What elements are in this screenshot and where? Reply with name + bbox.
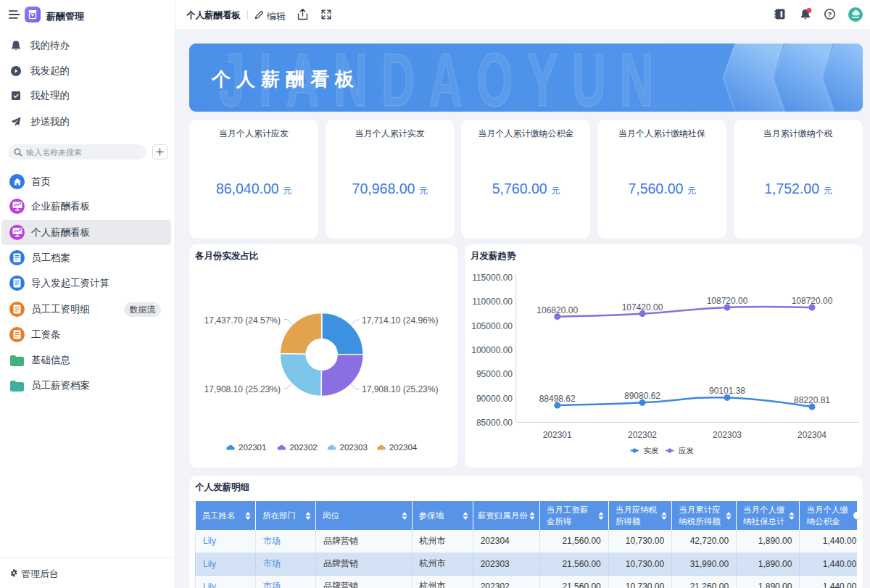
svg-text:202304: 202304 [798,430,826,440]
svg-text:108720.00: 108720.00 [792,296,833,306]
svg-text:202301: 202301 [543,430,572,440]
svg-text:202303: 202303 [340,443,368,452]
svg-text:107420.00: 107420.00 [622,302,663,312]
svg-text:实发: 实发 [644,446,660,455]
svg-text:115000.00: 115000.00 [472,273,513,283]
svg-text:应发: 应发 [679,446,695,455]
svg-text:88498.62: 88498.62 [539,394,576,404]
svg-text:90000.00: 90000.00 [476,394,513,404]
svg-text:106820.00: 106820.00 [536,305,578,315]
svg-text:105000.00: 105000.00 [471,321,513,331]
svg-text:100000.00: 100000.00 [471,345,513,355]
svg-text:17,714.10 (24.96%): 17,714.10 (24.96%) [362,315,438,326]
svg-text:202302: 202302 [289,443,317,452]
svg-text:202302: 202302 [628,430,657,440]
svg-text:17,908.10 (25.23%): 17,908.10 (25.23%) [362,384,438,394]
svg-text:108720.00: 108720.00 [707,296,748,306]
svg-text:90101.38: 90101.38 [709,386,745,396]
svg-text:202303: 202303 [713,430,742,440]
svg-text:89080.62: 89080.62 [624,391,660,401]
svg-text:95000.00: 95000.00 [476,369,513,379]
svg-text:202301: 202301 [239,443,266,452]
svg-text:17,437.70 (24.57%): 17,437.70 (24.57%) [204,315,281,326]
svg-text:88220.81: 88220.81 [794,395,830,405]
svg-text:?: ? [828,10,832,18]
svg-text:202304: 202304 [389,443,418,452]
svg-text:110000.00: 110000.00 [472,297,513,307]
svg-text:85000.00: 85000.00 [476,418,513,428]
svg-text:17,908.10 (25.23%): 17,908.10 (25.23%) [204,384,281,394]
